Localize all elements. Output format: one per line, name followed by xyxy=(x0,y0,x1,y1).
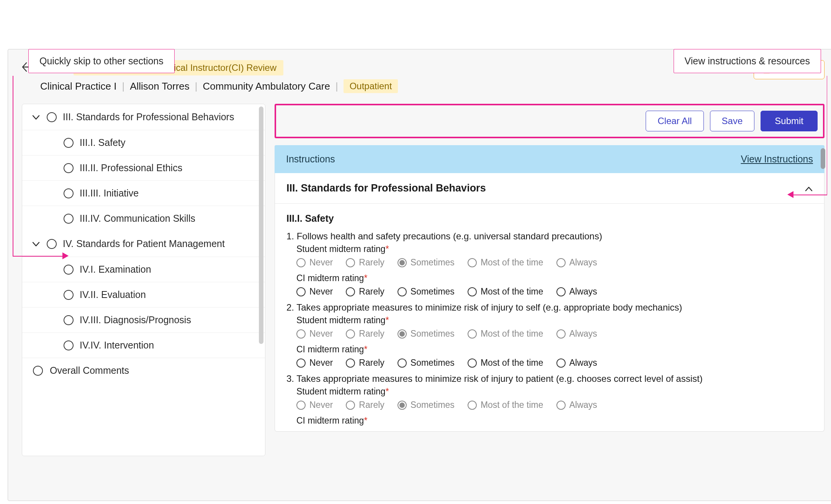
radio-icon xyxy=(346,401,355,410)
breadcrumb-course: Clinical Practice I xyxy=(40,80,116,92)
rating-option-label: Rarely xyxy=(359,358,384,368)
clear-all-button[interactable]: Clear All xyxy=(646,111,703,131)
rating-option[interactable]: Rarely xyxy=(346,358,384,368)
radio-icon xyxy=(398,358,407,368)
breadcrumb-separator: | xyxy=(122,80,124,92)
breadcrumb-site: Community Ambulatory Care xyxy=(203,80,330,92)
rating-option: Rarely xyxy=(346,329,384,339)
rating-option[interactable]: Sometimes xyxy=(398,286,455,297)
sidebar-item-section-3[interactable]: III. Standards for Professional Behavior… xyxy=(22,104,265,130)
radio-icon xyxy=(296,287,306,296)
rating-option[interactable]: Always xyxy=(556,358,597,368)
action-bar: Clear All Save Submit xyxy=(275,104,824,138)
rating-option: Sometimes xyxy=(398,257,455,268)
rating-option-label: Most of the time xyxy=(481,358,543,368)
rating-option[interactable]: Sometimes xyxy=(398,358,455,368)
scrollbar[interactable] xyxy=(821,148,825,169)
sidebar-item-ethics[interactable]: III.II. Professional Ethics xyxy=(22,155,265,180)
section-body: III.I. Safety 1. Follows health and safe… xyxy=(275,204,824,426)
rating-row: NeverRarelySometimesMost of the timeAlwa… xyxy=(296,329,813,339)
rating-option-label: Most of the time xyxy=(481,257,543,268)
rating-option[interactable]: Never xyxy=(296,286,333,297)
rating-option-label: Most of the time xyxy=(481,286,543,297)
rating-option-label: Rarely xyxy=(359,257,384,268)
sidebar-item-label: IV.III. Diagnosis/Prognosis xyxy=(80,314,191,326)
rating-option: Rarely xyxy=(346,257,384,268)
radio-icon xyxy=(556,258,566,267)
rating-option-label: Sometimes xyxy=(411,286,455,297)
sidebar-item-label: III.II. Professional Ethics xyxy=(80,162,182,173)
rating-option: Always xyxy=(556,400,597,410)
student-rating-block: Student midterm rating*NeverRarelySometi… xyxy=(286,244,813,268)
rating-option-label: Sometimes xyxy=(411,400,455,410)
radio-icon xyxy=(346,258,355,267)
sidebar-item-diagnosis[interactable]: IV.III. Diagnosis/Prognosis xyxy=(22,307,265,332)
rating-option-label: Rarely xyxy=(359,286,384,297)
rating-option: Never xyxy=(296,329,333,339)
arrow-icon xyxy=(62,252,69,259)
sidebar-item-section-4[interactable]: IV. Standards for Patient Management xyxy=(22,231,265,257)
save-button[interactable]: Save xyxy=(710,111,755,131)
sidebar-item-examination[interactable]: IV.I. Examination xyxy=(22,257,265,282)
rating-option-label: Sometimes xyxy=(411,358,455,368)
radio-icon xyxy=(296,258,306,267)
ci-rating-block: CI midterm rating* xyxy=(286,416,813,426)
rating-label: Student midterm rating* xyxy=(296,315,813,326)
subsection-title: III.I. Safety xyxy=(286,213,813,224)
rating-option-label: Most of the time xyxy=(481,329,543,339)
breadcrumb-student: Allison Torres xyxy=(130,80,190,92)
sidebar-item-intervention[interactable]: IV.IV. Intervention xyxy=(22,332,265,358)
callout-connector xyxy=(827,76,828,195)
radio-icon xyxy=(296,329,306,339)
radio-icon xyxy=(64,188,74,198)
rating-option-label: Never xyxy=(309,400,333,410)
view-instructions-link[interactable]: View Instructions xyxy=(741,154,813,165)
radio-icon xyxy=(346,287,355,296)
student-rating-block: Student midterm rating*NeverRarelySometi… xyxy=(286,315,813,339)
section-title: III. Standards for Professional Behavior… xyxy=(286,182,486,194)
question-text: 3. Takes appropriate measures to minimiz… xyxy=(286,373,813,384)
chevron-up-icon xyxy=(805,183,813,194)
radio-icon xyxy=(64,265,74,275)
radio-icon xyxy=(398,329,407,339)
submit-button[interactable]: Submit xyxy=(761,111,818,131)
radio-icon xyxy=(556,358,566,368)
sidebar-item-overall[interactable]: Overall Comments xyxy=(22,358,265,383)
callout-connector xyxy=(13,256,62,257)
question: 3. Takes appropriate measures to minimiz… xyxy=(286,373,813,426)
sidebar-item-label: Overall Comments xyxy=(50,365,129,376)
rating-option-label: Always xyxy=(569,358,597,368)
rating-option[interactable]: Most of the time xyxy=(468,286,543,297)
radio-icon xyxy=(398,258,407,267)
rating-option[interactable]: Rarely xyxy=(346,286,384,297)
sidebar-item-label: IV.II. Evaluation xyxy=(80,289,146,300)
radio-icon xyxy=(296,401,306,410)
rating-option[interactable]: Always xyxy=(556,286,597,297)
ci-rating-block: CI midterm rating*NeverRarelySometimesMo… xyxy=(286,273,813,297)
section-header[interactable]: III. Standards for Professional Behavior… xyxy=(275,173,824,204)
rating-option-label: Never xyxy=(309,358,333,368)
sidebar-item-safety[interactable]: III.I. Safety xyxy=(22,130,265,155)
sidebar-item-initiative[interactable]: III.III. Initiative xyxy=(22,180,265,206)
question: 2. Takes appropriate measures to minimiz… xyxy=(286,302,813,368)
radio-icon xyxy=(468,258,477,267)
chevron-down-icon xyxy=(31,238,41,250)
sidebar-item-label: IV. Standards for Patient Management xyxy=(63,238,225,249)
sidebar-item-evaluation[interactable]: IV.II. Evaluation xyxy=(22,282,265,307)
rating-option[interactable]: Never xyxy=(296,358,333,368)
rating-option-label: Never xyxy=(309,286,333,297)
radio-icon xyxy=(346,358,355,368)
rating-option-label: Always xyxy=(569,257,597,268)
rating-option-label: Always xyxy=(569,286,597,297)
rating-option-label: Rarely xyxy=(359,329,384,339)
radio-icon xyxy=(64,340,74,350)
rating-option[interactable]: Most of the time xyxy=(468,358,543,368)
rating-label: Student midterm rating* xyxy=(296,386,813,397)
sidebar-item-communication[interactable]: III.IV. Communication Skills xyxy=(22,206,265,231)
rating-row: NeverRarelySometimesMost of the timeAlwa… xyxy=(296,358,813,368)
scrollbar[interactable] xyxy=(259,106,263,344)
rating-option: Never xyxy=(296,400,333,410)
callout-sidebar: Quickly skip to other sections xyxy=(28,49,175,73)
radio-icon xyxy=(556,287,566,296)
radio-icon xyxy=(33,366,43,376)
